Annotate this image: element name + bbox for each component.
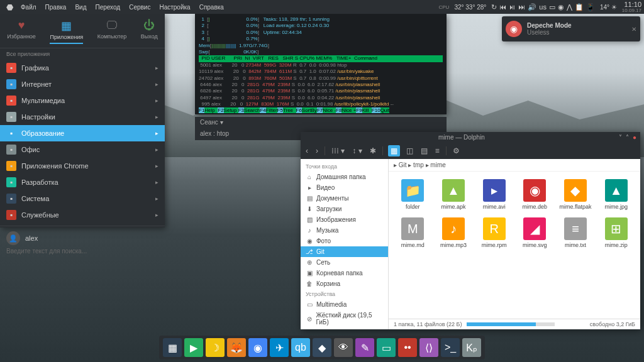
dock-item[interactable]: 🦊: [227, 338, 246, 357]
process-row[interactable]: 6446 alex 20 0 281G 479M 239M S 0.0 6.0 …: [199, 82, 443, 88]
category-item[interactable]: ▪Графика▸: [0, 60, 165, 76]
sidebar-item[interactable]: ⊘Жёсткий диск (19,5 ГиБ): [301, 310, 388, 327]
file-item[interactable]: ▲mime.apk: [435, 177, 473, 212]
system-tray[interactable]: ↻ ⏮ ⏯ ⏭ 🔊 us ▭ ◉ ⋀ 📋 📱: [491, 3, 595, 11]
process-row[interactable]: 24702 alex 20 0 893M 760M 503M S 0.7 0.8…: [199, 75, 443, 82]
media-notification[interactable]: ◉ Depeche Mode Useless ✕: [502, 16, 640, 41]
dock-item[interactable]: ▦: [163, 338, 182, 357]
dock-item[interactable]: qb: [291, 338, 310, 357]
weather[interactable]: 14° ☀: [600, 4, 617, 11]
clipboard-icon[interactable]: 📋: [575, 3, 584, 11]
view-detail-icon[interactable]: ≡: [434, 145, 441, 156]
menu-item[interactable]: Настройка: [155, 3, 194, 12]
search-input[interactable]: Введите текст для поиска...: [0, 246, 165, 260]
maximize-icon[interactable]: ˄: [626, 134, 629, 141]
category-item[interactable]: ▪Разработка▸: [0, 174, 165, 190]
view-grid-icon[interactable]: ▦: [388, 145, 400, 156]
file-item[interactable]: ◆mime.flatpak: [557, 177, 595, 212]
dock-item[interactable]: 👁: [334, 338, 353, 357]
dock-item[interactable]: >_: [441, 338, 460, 357]
sidebar-item[interactable]: ⬇Загрузки: [301, 204, 388, 214]
launcher-tab[interactable]: 🖵Компьютер: [97, 19, 127, 44]
file-item[interactable]: ▸mime.avi: [475, 177, 513, 212]
launcher-tab[interactable]: ▦Приложения: [50, 19, 83, 44]
category-item[interactable]: ▪Офис▸: [0, 141, 165, 158]
sidebar-item[interactable]: ▧Изображения: [301, 214, 388, 225]
close-icon[interactable]: ●: [633, 134, 636, 141]
dock-item[interactable]: ▭: [377, 338, 396, 357]
phone-icon[interactable]: 📱: [586, 3, 595, 11]
menu-item[interactable]: Вид: [71, 3, 90, 12]
clock[interactable]: 11:10 10.09.17: [622, 1, 641, 13]
file-item[interactable]: ◉mime.deb: [516, 177, 554, 212]
sidebar-item[interactable]: ◉Фото: [301, 236, 388, 246]
menu-icon[interactable]: ⚙: [452, 145, 461, 156]
category-item[interactable]: ▪Образование▸: [0, 125, 165, 141]
dock-item[interactable]: Kₚ: [462, 338, 481, 357]
terminal-session-bar[interactable]: Сеанс ▾: [195, 117, 447, 128]
media-next-icon[interactable]: ⏭: [518, 3, 525, 11]
menu-item[interactable]: Сервис: [125, 3, 154, 12]
close-icon[interactable]: ✕: [631, 26, 636, 33]
sidebar-item[interactable]: ♪Музыка: [301, 225, 388, 236]
volume-icon[interactable]: 🔊: [528, 3, 536, 11]
sidebar-item[interactable]: 🗑Корзина: [301, 278, 388, 289]
sidebar-item[interactable]: ⊘Зарезервировано системой: [301, 327, 388, 329]
sidebar-item[interactable]: ▭Multimedia: [301, 299, 388, 310]
bluetooth-icon[interactable]: ⋀: [567, 3, 572, 11]
sync-icon[interactable]: ↻: [491, 3, 497, 11]
terminal-output[interactable]: 1 [| 0.0%] Tasks: 118, 289 thr; 1 runnin…: [195, 14, 447, 117]
process-row[interactable]: 6826 alex 20 0 281G 479M 239M S 0.0 6.0 …: [199, 88, 443, 94]
view-split-icon[interactable]: ◫: [405, 145, 414, 156]
dock-item[interactable]: ✈: [270, 338, 289, 357]
view-list-icon[interactable]: ▤: [419, 145, 429, 156]
category-item[interactable]: ▪Интернет▸: [0, 76, 165, 92]
sidebar-item[interactable]: ▸Видео: [301, 182, 388, 193]
back-icon[interactable]: ‹: [304, 145, 309, 156]
launcher-tab[interactable]: ⏻Выход: [141, 19, 158, 44]
dock-item[interactable]: ◆: [313, 338, 331, 357]
file-item[interactable]: Rmime.rpm: [475, 215, 513, 251]
menu-item[interactable]: Правка: [42, 3, 70, 12]
sidebar-item[interactable]: ⎇Git: [301, 246, 388, 257]
dock-item[interactable]: ••: [398, 338, 417, 357]
file-item[interactable]: ▲mime.jpg: [597, 177, 635, 212]
file-item[interactable]: Mmime.md: [394, 215, 432, 251]
process-row[interactable]: 6497 alex 20 0 281G 479M 239M S 0.0 6.0 …: [199, 95, 443, 101]
keyboard-icon[interactable]: us: [539, 3, 547, 11]
dock-item[interactable]: ▶: [184, 338, 203, 357]
sidebar-item[interactable]: ▣Корневая папка: [301, 268, 388, 278]
launcher-user[interactable]: 👤 alex: [0, 226, 165, 246]
sidebar-item[interactable]: ▤Документы: [301, 193, 388, 204]
process-row[interactable]: 10119 alex 20 0 842M 784M 611M S 0.7 1.0…: [199, 69, 443, 75]
media-play-icon[interactable]: ⏯: [509, 3, 516, 11]
category-item[interactable]: ▪Приложения Chrome▸: [0, 158, 165, 174]
file-item[interactable]: 📁folder: [394, 177, 432, 212]
sidebar-item[interactable]: ⌂Домашняя папка: [301, 172, 388, 182]
media-prev-icon[interactable]: ⏮: [499, 3, 506, 11]
category-item[interactable]: ▪Мультимедиа▸: [0, 92, 165, 109]
file-item[interactable]: ≡mime.txt: [557, 215, 595, 251]
menu-item[interactable]: Переход: [91, 3, 124, 12]
file-item[interactable]: ⊞mime.zip: [597, 215, 635, 251]
battery-icon[interactable]: ▭: [549, 3, 555, 11]
sidebar-item[interactable]: ⊕Сеть: [301, 257, 388, 268]
dock-item[interactable]: ☽: [206, 338, 225, 357]
launcher-tab[interactable]: ♥Избранное: [7, 19, 36, 44]
category-item[interactable]: ▪Настройки▸: [0, 109, 165, 125]
category-item[interactable]: ▪Служебные▸: [0, 207, 165, 223]
window-titlebar[interactable]: mime — Dolphin ˅ ˄ ●: [301, 132, 640, 143]
breadcrumb[interactable]: ▸ Git ▸ tmp ▸ mime: [389, 159, 640, 172]
process-row[interactable]: 995 alex 20 0 127M 830M 176M S 0.0 0.1 0…: [199, 101, 443, 107]
forward-icon[interactable]: ›: [314, 145, 319, 156]
menu-item[interactable]: Справка: [196, 3, 228, 12]
sort-icon[interactable]: ↕ ▾: [351, 145, 363, 156]
settings-icon[interactable]: ✱: [369, 145, 377, 156]
dock-item[interactable]: ⟨⟩: [419, 338, 438, 357]
file-item[interactable]: ♪mime.mp3: [435, 215, 473, 251]
network-icon[interactable]: ◉: [558, 3, 564, 11]
view-icons-icon[interactable]: ⁞⁞⁞ ▾: [330, 145, 346, 156]
minimize-icon[interactable]: ˅: [619, 134, 622, 141]
file-item[interactable]: ◢mime.svg: [516, 215, 554, 251]
dock-item[interactable]: ✎: [355, 338, 374, 357]
